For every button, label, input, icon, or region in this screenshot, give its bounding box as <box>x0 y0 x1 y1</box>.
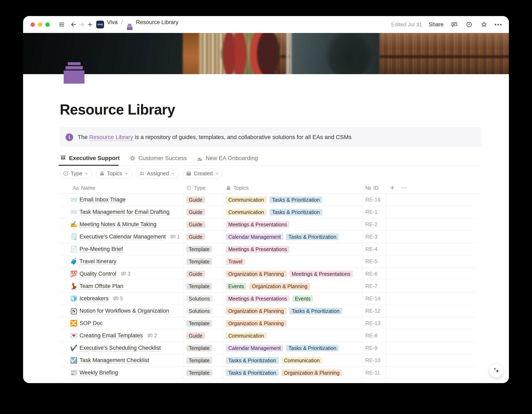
name-cell[interactable]: ☑️Task Management Checklist <box>60 354 183 367</box>
id-cell[interactable]: RE-3 <box>362 231 386 243</box>
page-link[interactable]: Executive’s Calendar Management <box>80 234 166 240</box>
type-cell[interactable]: Template <box>183 342 223 354</box>
minimize-window-button[interactable] <box>38 22 42 27</box>
id-cell[interactable]: RE-4 <box>362 243 386 255</box>
table-row[interactable]: 💃Team Offsite PlanTemplateEventsOrganiza… <box>60 280 474 292</box>
table-row[interactable]: 📨Task Management for Email DraftingGuide… <box>60 206 474 218</box>
type-cell[interactable]: Guide <box>183 206 223 218</box>
topics-cell[interactable]: Travel <box>223 255 362 268</box>
tab-customer-success[interactable]: Customer Success <box>129 151 187 165</box>
type-cell[interactable]: Guide <box>183 329 223 342</box>
filter-type[interactable]: Type <box>60 169 92 178</box>
table-row[interactable]: 💌Creating Email Templates2GuideCommunica… <box>60 329 474 342</box>
close-window-button[interactable] <box>30 22 35 27</box>
comment-count-badge[interactable]: 1 <box>170 234 180 240</box>
name-cell[interactable]: ✍️Meeting Notes & Minute Taking <box>60 218 183 230</box>
page-icon-archive[interactable] <box>64 62 85 84</box>
page-link[interactable]: Meeting Notes & Minute Taking <box>80 221 156 228</box>
new-page-icon[interactable] <box>86 20 94 29</box>
id-cell[interactable]: RE-8 <box>362 329 386 342</box>
name-cell[interactable]: 💌Creating Email Templates2 <box>60 329 183 342</box>
callout-page-link[interactable]: Resource Library <box>89 134 133 141</box>
filter-assigned[interactable]: Assigned <box>136 169 179 178</box>
column-type[interactable]: Type <box>186 182 205 194</box>
table-row[interactable]: 📨Email Inbox TriageGuideCommunicationTas… <box>60 194 474 206</box>
id-cell[interactable]: RE-13 <box>362 317 386 329</box>
tab-executive-support[interactable]: Executive Support <box>60 151 120 165</box>
topics-cell[interactable]: Organization & PlanningMeetings & Presen… <box>223 268 362 280</box>
page-link[interactable]: Email Inbox Triage <box>80 197 126 203</box>
type-cell[interactable]: Template <box>183 255 223 268</box>
name-cell[interactable]: ✔️Executive’s Scheduling Checklist <box>60 342 183 354</box>
table-row[interactable]: ✔️Executive’s Scheduling ChecklistTempla… <box>60 342 474 354</box>
type-cell[interactable]: Template <box>183 354 223 367</box>
id-cell[interactable]: RE-6 <box>362 268 386 280</box>
topics-cell[interactable]: Tasks & PrioritizationCommunication <box>223 354 362 367</box>
back-icon[interactable] <box>69 20 78 29</box>
topics-cell[interactable]: Organization & Planning <box>223 317 362 329</box>
add-column-button[interactable] <box>390 182 395 194</box>
table-row[interactable]: 🧊Icebreakers5SolutionsMeetings & Present… <box>60 292 474 305</box>
id-cell[interactable]: RE-12 <box>362 305 386 317</box>
comment-count-badge[interactable]: 2 <box>147 333 157 339</box>
type-cell[interactable]: Guide <box>183 231 223 243</box>
notion-ai-button[interactable] <box>489 363 504 378</box>
table-row[interactable]: 🔀SOP DocTemplateOrganization & PlanningR… <box>60 317 474 329</box>
page-link[interactable]: Creating Email Templates <box>80 332 143 339</box>
name-cell[interactable]: 🗒️Executive’s Calendar Management1 <box>60 231 183 243</box>
id-cell[interactable]: RE-9 <box>362 342 386 354</box>
id-cell[interactable]: RE-16 <box>362 194 386 206</box>
column-id[interactable]: № ID <box>365 182 379 194</box>
type-cell[interactable]: Template <box>183 280 223 292</box>
topics-cell[interactable]: Tasks & PrioritizationOrganization & Pla… <box>223 367 362 379</box>
workspace-logo[interactable]: VIVA <box>96 21 104 28</box>
type-cell[interactable]: Solutions <box>183 305 223 317</box>
share-button[interactable]: Share <box>429 21 444 28</box>
topics-cell[interactable]: Calendar ManagementTasks & Prioritizatio… <box>223 231 362 243</box>
page-link[interactable]: SOP Doc <box>80 320 103 327</box>
name-cell[interactable]: 💯Quality Control3 <box>60 268 183 280</box>
page-link[interactable]: Executive’s Scheduling Checklist <box>80 345 161 351</box>
type-cell[interactable]: Guide <box>183 194 223 206</box>
page-link[interactable]: Weekly Briefing <box>80 369 118 376</box>
id-cell[interactable]: RE-10 <box>362 354 386 367</box>
tab-new-ea-onboarding[interactable]: New EA Onboarding <box>196 151 258 165</box>
filter-topics[interactable]: Topics <box>96 169 132 178</box>
type-cell[interactable]: Guide <box>183 268 223 280</box>
column-name[interactable]: Aa Name <box>73 182 95 194</box>
topics-cell[interactable]: Calendar ManagementTasks & Prioritizatio… <box>223 342 362 354</box>
more-options-icon[interactable] <box>495 24 502 25</box>
topics-cell[interactable]: CommunicationTasks & Prioritization <box>223 194 362 206</box>
id-cell[interactable]: RE-7 <box>362 280 386 292</box>
table-row[interactable]: NNotion for Workflows & OrganizationSolu… <box>60 305 474 317</box>
table-row[interactable]: 🧳Travel ItineraryTemplateTravelRE-5 <box>60 255 474 268</box>
topics-cell[interactable]: Communication <box>223 329 362 342</box>
name-cell[interactable]: 📨Email Inbox Triage <box>60 194 183 206</box>
topics-cell[interactable]: Meetings & Presentations <box>223 218 362 230</box>
table-row[interactable]: ✍️Meeting Notes & Minute TakingGuideMeet… <box>60 218 474 231</box>
breadcrumb-page[interactable]: Resource Library <box>136 19 179 25</box>
page-link[interactable]: Pre-Meeting Brief <box>80 246 123 252</box>
comments-icon[interactable] <box>450 20 458 29</box>
topics-cell[interactable]: Meetings & PresentationsEvents <box>223 292 362 305</box>
page-link[interactable]: Team Offsite Plan <box>80 283 124 289</box>
topics-cell[interactable]: Meetings & Presentations <box>223 243 362 255</box>
id-cell[interactable]: RE-14 <box>362 292 386 305</box>
filter-created[interactable]: Created <box>183 169 223 178</box>
type-cell[interactable]: Template <box>183 317 223 329</box>
name-cell[interactable]: NNotion for Workflows & Organization <box>60 305 183 317</box>
page-link[interactable]: Icebreakers <box>80 295 109 302</box>
breadcrumb-workspace[interactable]: Viva <box>107 19 118 25</box>
topics-cell[interactable]: Organization & PlanningTasks & Prioritiz… <box>223 305 362 317</box>
name-cell[interactable]: 📰Weekly Briefing <box>60 367 183 379</box>
favorite-star-icon[interactable] <box>480 20 488 29</box>
type-cell[interactable]: Guide <box>183 218 223 230</box>
type-cell[interactable]: Template <box>183 243 223 255</box>
page-link[interactable]: Quality Control <box>80 271 116 277</box>
column-topics[interactable]: Topics <box>226 182 249 194</box>
name-cell[interactable]: 🧊Icebreakers5 <box>60 292 183 305</box>
table-options-icon[interactable] <box>401 182 407 194</box>
topics-cell[interactable]: CommunicationTasks & Prioritization <box>223 206 362 218</box>
comment-count-badge[interactable]: 5 <box>113 296 123 301</box>
name-cell[interactable]: 💃Team Offsite Plan <box>60 280 183 292</box>
